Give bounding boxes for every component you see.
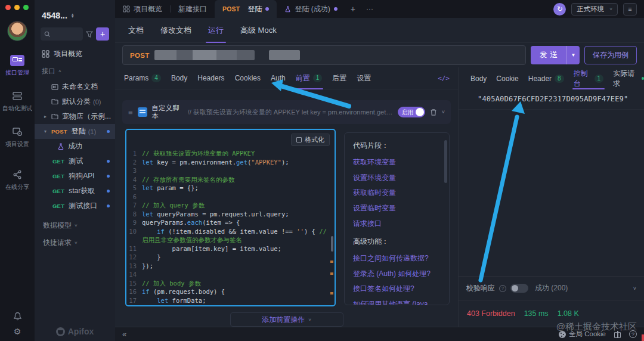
tab-post-processors[interactable]: 后置 (332, 67, 346, 89)
tree-item-login-endpoint[interactable]: ▾ POST 登陆 (1) (35, 124, 115, 139)
advanced-help-link[interactable]: 接口签名如何处理? (353, 284, 442, 293)
project-switcher[interactable]: 4548... ▲▼ (35, 0, 115, 20)
code-line[interactable]: 14 (126, 270, 335, 279)
snippet-link[interactable]: 设置临时变量 (353, 203, 442, 213)
tab-console[interactable]: 控制台 1 (574, 67, 604, 89)
help-question-icon[interactable]: ? (499, 285, 506, 292)
script-code-editor[interactable]: 格式化 1// 获取预先设置为环境变量的 APPKEY2let key = pm… (125, 129, 336, 306)
advanced-help-link[interactable]: 接口之间如何传递数据? (353, 253, 442, 263)
drag-handle-icon[interactable]: ≡ (128, 108, 133, 117)
subtab-advanced-mock[interactable]: 高级 Mock (240, 18, 277, 43)
tree-item-get-endpoint[interactable]: GET star获取 (35, 184, 115, 199)
environment-select[interactable]: 正式环境 ˅ (571, 3, 618, 16)
tab-headers[interactable]: Headers (197, 67, 224, 89)
delete-trash-icon[interactable] (430, 108, 437, 116)
add-endpoint-button[interactable]: + (96, 27, 109, 41)
validate-toggle[interactable] (510, 284, 528, 293)
code-line[interactable]: 7// 加入 query 参数 (126, 201, 335, 210)
send-button[interactable]: 发送 ▼ (531, 46, 580, 64)
subtab-edit-doc[interactable]: 修改文档 (160, 18, 191, 43)
tab-settings[interactable]: 设置 (357, 67, 371, 89)
add-pre-action-button[interactable]: 添加前置操作 ˅ (230, 312, 343, 327)
code-line[interactable]: 5let param = {}; (126, 184, 335, 193)
tab-params[interactable]: Params 4 (124, 67, 161, 89)
tree-item-get-endpoint[interactable]: GET 测试 (35, 154, 115, 169)
subtab-doc[interactable]: 文档 (128, 18, 144, 43)
rail-item-api-management[interactable]: 接口管理 (0, 54, 35, 77)
tab-auth[interactable]: Auth (271, 67, 286, 89)
save-as-case-button[interactable]: 保存为用例 (584, 46, 637, 64)
code-line[interactable]: 15// 加入 body 参数 (126, 279, 335, 288)
code-line[interactable]: 12 } (126, 253, 335, 262)
notifications-bell-icon[interactable] (13, 312, 22, 321)
code-line[interactable]: 8let queryParams = pm.request.url.query; (126, 210, 335, 219)
code-view-icon[interactable]: </> (438, 75, 450, 82)
global-cookie-button[interactable]: 全局 Cookie (559, 330, 606, 339)
rail-item-online-share[interactable]: 在线分享 (0, 169, 35, 191)
tab-body[interactable]: Body (171, 67, 187, 89)
rail-item-project-settings[interactable]: 项目设置 (0, 126, 35, 148)
tree-item-petstore-folder[interactable]: ▸ 宠物店（示例... (35, 109, 115, 124)
search-input[interactable] (41, 27, 83, 41)
code-line[interactable]: 6 (126, 193, 335, 202)
code-line[interactable]: 10 if (!item.disabled && item.value !== … (126, 227, 335, 244)
user-avatar[interactable] (7, 21, 27, 41)
snippet-link[interactable]: 获取环境变量 (353, 157, 442, 167)
chevron-down-icon[interactable]: ˅ (633, 286, 636, 292)
advanced-help-link[interactable]: 如何调用其他语言 (java、python、php 等)? (353, 299, 442, 305)
snippet-link[interactable]: 设置环境变量 (353, 173, 442, 182)
tree-item-get-endpoint[interactable]: GET 测试接口 (35, 199, 115, 213)
caret-collapsed-icon[interactable]: ▸ (44, 114, 47, 119)
more-tabs-button[interactable]: ··· (361, 0, 379, 18)
code-editor-content[interactable]: 1// 获取预先设置为环境变量的 APPKEY2let key = pm.env… (126, 149, 335, 305)
filter-icon[interactable] (86, 31, 93, 38)
tab-post-login[interactable]: POST 登陆 (215, 0, 277, 18)
code-line[interactable]: 4// 存放所有需要用来签名的参数 (126, 175, 335, 184)
snippet-link[interactable]: 请求接口 (353, 219, 442, 228)
tab-pre-processors[interactable]: 前置 1 (296, 67, 323, 89)
code-line[interactable]: 13}); (126, 262, 335, 271)
minimize-window-button[interactable] (14, 5, 20, 10)
console-output[interactable]: "405A0D67F6CFD2F2317D095AD9F47EE9" (459, 89, 644, 110)
caret-expanded-icon[interactable]: ▾ (44, 129, 47, 134)
collapse-sidebar-button[interactable]: « (122, 330, 126, 339)
gift-icon[interactable] (614, 331, 621, 338)
settings-gear-icon[interactable]: ⚙ (14, 327, 21, 336)
send-options-chevron-icon[interactable]: ▼ (566, 46, 580, 64)
tree-item-success-case[interactable]: 成功 (35, 139, 115, 154)
new-tab-button[interactable]: + (345, 0, 361, 18)
format-button[interactable]: 格式化 (291, 134, 330, 146)
code-line[interactable]: 17 let formData; (126, 296, 335, 305)
tab-project-overview[interactable]: 项目概览 (115, 0, 170, 18)
snippet-link[interactable]: 获取临时变量 (353, 188, 442, 197)
maximize-window-button[interactable] (23, 5, 29, 10)
menu-hamburger-icon[interactable]: ≡ (623, 3, 637, 16)
tab-response-cookie[interactable]: Cookie (496, 67, 518, 89)
code-line[interactable]: 9queryParams.each(item => { (126, 218, 335, 227)
sidebar-section-api[interactable]: 接口 ˄ (35, 59, 115, 76)
tree-item-get-endpoint[interactable]: GET 狗狗API (35, 169, 115, 184)
request-url-input[interactable]: POST (122, 45, 526, 65)
custom-script-card[interactable]: ≡ 自定义脚本 // 获取预先设置为环境变量的 APPKEY let key =… (122, 100, 451, 124)
tab-cookies[interactable]: Cookies (235, 67, 261, 89)
code-line[interactable]: 1// 获取预先设置为环境变量的 APPKEY (126, 149, 335, 158)
sidebar-item-overview[interactable]: 项目概览 (35, 41, 115, 59)
advanced-help-link[interactable]: 登录态 (Auth) 如何处理? (353, 269, 442, 278)
sync-icon[interactable]: ↻ (553, 3, 566, 16)
enable-toggle[interactable]: 启用 (398, 107, 425, 117)
code-line[interactable]: 11 param[item.key] = item.value; (126, 244, 335, 253)
tab-response-body[interactable]: Body (470, 67, 487, 89)
sidebar-group-data-models[interactable]: 数据模型 ˅ (35, 213, 115, 231)
tab-response-header[interactable]: Header 8 (528, 67, 564, 89)
editor-scrollbar[interactable] (330, 151, 334, 303)
help-circle-icon[interactable]: ? (629, 330, 637, 338)
code-line[interactable]: 16if (pm.request.body) { (126, 287, 335, 296)
close-window-button[interactable] (5, 5, 11, 10)
code-line[interactable]: 3 (126, 166, 335, 175)
tab-new-endpoint[interactable]: 新建接口 (171, 0, 215, 18)
subtab-run[interactable]: 运行 (208, 18, 224, 43)
snippets-scrollbar-thumb[interactable] (444, 140, 447, 183)
tab-login-success-case[interactable]: 登陆 (成功) (277, 0, 345, 18)
rail-item-automated-testing[interactable]: 自动化测试 (0, 90, 35, 113)
scrollbar-thumb[interactable] (331, 236, 333, 252)
